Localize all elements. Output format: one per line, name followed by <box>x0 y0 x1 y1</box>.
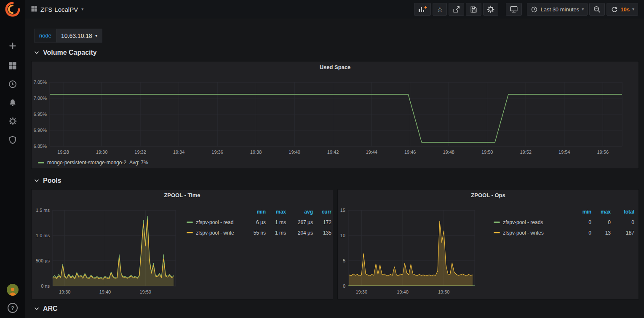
navbar-actions: ☆ <box>412 3 638 16</box>
section-pools[interactable]: Pools <box>34 177 61 184</box>
star-button[interactable]: ☆ <box>433 3 447 16</box>
value-avg: 204 µs <box>286 230 313 236</box>
sidebar-item-server-admin[interactable] <box>0 131 25 150</box>
svg-text:19:32: 19:32 <box>134 150 146 155</box>
used-space-chart[interactable]: 7.05%7.00%6.95%6.90%6.85%19:2819:3019:32… <box>32 72 639 159</box>
time-range-label: Last 30 minutes <box>540 6 579 13</box>
value-max: 13 <box>591 230 611 236</box>
panel-title[interactable]: ZPOOL - Ops <box>338 190 639 200</box>
svg-text:19:54: 19:54 <box>558 150 570 155</box>
col-curr: curr <box>313 209 331 215</box>
variable-value-dropdown[interactable]: 10.63.10.18 ▾ <box>56 29 102 43</box>
bell-icon <box>8 99 17 108</box>
value-min: 0 <box>569 230 591 236</box>
panel-used-space: Used Space 7.05%7.00%6.95%6.90%6.85%19:2… <box>32 61 639 168</box>
value-max: 1 ms <box>266 219 286 225</box>
svg-text:6.95%: 6.95% <box>34 112 47 117</box>
shield-icon <box>8 136 17 145</box>
svg-text:500 µs: 500 µs <box>36 258 50 263</box>
add-panel-button[interactable] <box>414 3 431 16</box>
sidebar-item-create[interactable] <box>0 37 25 56</box>
legend-row-reads[interactable]: zfspv-pool - reads 0 0 0 <box>494 217 634 227</box>
sidebar-item-alerting[interactable] <box>0 94 25 112</box>
value-min: 6 µs <box>244 219 266 225</box>
clock-icon <box>531 6 538 13</box>
svg-text:19:46: 19:46 <box>404 150 416 155</box>
series-name: zfspv-pool - write <box>196 230 234 236</box>
svg-text:19:40: 19:40 <box>397 289 409 294</box>
svg-text:19:34: 19:34 <box>173 150 185 155</box>
help-button[interactable]: ? <box>8 303 18 313</box>
svg-text:1.5 ms: 1.5 ms <box>36 208 50 213</box>
svg-text:6.85%: 6.85% <box>34 144 47 149</box>
section-arc[interactable]: ARC <box>34 305 58 313</box>
star-icon: ☆ <box>437 5 443 13</box>
dashboard-title-button[interactable]: ZFS-LocalPV ▾ <box>31 6 83 13</box>
svg-text:7.05%: 7.05% <box>34 80 47 85</box>
svg-text:0 ns: 0 ns <box>41 283 50 289</box>
dashboard-settings-button[interactable] <box>483 3 498 16</box>
value-avg: 267 µs <box>286 219 313 225</box>
refresh-interval-label: 10s <box>620 6 630 13</box>
svg-text:5: 5 <box>343 258 345 263</box>
sidebar-item-configuration[interactable] <box>0 112 25 131</box>
svg-text:19:40: 19:40 <box>289 150 300 155</box>
svg-text:19:38: 19:38 <box>250 150 262 155</box>
section-volume-capacity[interactable]: Volume Capacity <box>34 49 97 56</box>
svg-text:19:44: 19:44 <box>366 150 377 155</box>
legend-item[interactable]: mongo-persistent-storage-mongo-2 Avg: 7% <box>38 160 148 166</box>
legend-header-row: min max total <box>494 206 634 217</box>
share-button[interactable] <box>449 3 464 16</box>
refresh-picker[interactable]: 10s ▾ <box>607 3 638 16</box>
svg-text:19:50: 19:50 <box>481 150 493 155</box>
top-navbar: ZFS-LocalPV ▾ ☆ <box>25 0 644 19</box>
svg-text:19:50: 19:50 <box>139 289 151 294</box>
zpool-time-legend: min max avg curr zfspv-pool - read 6 µs … <box>187 206 331 238</box>
refresh-icon <box>610 5 618 13</box>
template-variable-node[interactable]: node 10.63.10.18 ▾ <box>34 29 102 43</box>
svg-text:15: 15 <box>340 208 345 213</box>
zoom-out-button[interactable] <box>589 3 605 16</box>
value-max: 1 ms <box>266 230 286 236</box>
legend-row-write[interactable]: zfspv-pool - write 55 ns 1 ms 204 µs 135 <box>187 227 331 238</box>
user-avatar[interactable] <box>7 284 19 296</box>
sidebar-item-dashboards[interactable] <box>0 57 25 75</box>
svg-text:1.0 ms: 1.0 ms <box>36 233 50 238</box>
series-color-swatch <box>494 222 500 223</box>
series-name: zfspv-pool - read <box>196 219 233 225</box>
col-min: min <box>244 209 266 215</box>
panel-title[interactable]: ZPOOL - Time <box>32 190 333 200</box>
caret-down-icon: ▾ <box>582 7 584 11</box>
tv-mode-button[interactable] <box>506 3 522 16</box>
zoom-out-icon <box>593 5 601 13</box>
series-avg: Avg: 7% <box>129 160 148 166</box>
section-title: Volume Capacity <box>43 49 97 56</box>
panel-zpool-time: ZPOOL - Time 1.5 ms1.0 ms500 µs0 ns19:30… <box>32 190 333 299</box>
side-menu: ? <box>0 0 25 318</box>
zpool-time-chart[interactable]: 1.5 ms1.0 ms500 µs0 ns19:3019:4019:50 <box>32 200 187 297</box>
section-title: ARC <box>43 305 58 313</box>
svg-text:19:42: 19:42 <box>327 150 339 155</box>
save-button[interactable] <box>466 3 481 16</box>
series-color-swatch <box>187 232 193 233</box>
gear-icon <box>9 117 17 126</box>
sidebar-item-explore[interactable] <box>0 75 25 94</box>
panel-title[interactable]: Used Space <box>32 61 639 72</box>
grafana-dashboard: ? ZFS-LocalPV ▾ <box>0 0 644 318</box>
zpool-ops-chart[interactable]: 15105019:3019:4019:50 <box>338 200 489 297</box>
legend-row-read[interactable]: zfspv-pool - read 6 µs 1 ms 267 µs 172 <box>187 217 331 227</box>
share-icon <box>452 5 460 13</box>
svg-text:19:52: 19:52 <box>520 150 532 155</box>
grafana-logo-icon[interactable] <box>4 1 21 18</box>
series-name: zfspv-pool - reads <box>503 219 543 225</box>
legend-row-writes[interactable]: zfspv-pool - writes 0 13 187 <box>494 227 634 238</box>
series-color-swatch <box>187 222 193 223</box>
value-curr: 172 <box>313 219 331 225</box>
caret-down-icon: ▾ <box>81 7 83 11</box>
caret-down-icon: ▾ <box>632 7 634 11</box>
series-color-swatch <box>494 232 500 233</box>
caret-down-icon: ▾ <box>95 34 97 38</box>
svg-text:19:48: 19:48 <box>443 150 454 155</box>
time-range-picker[interactable]: Last 30 minutes ▾ <box>527 3 588 16</box>
svg-text:19:40: 19:40 <box>99 289 111 294</box>
